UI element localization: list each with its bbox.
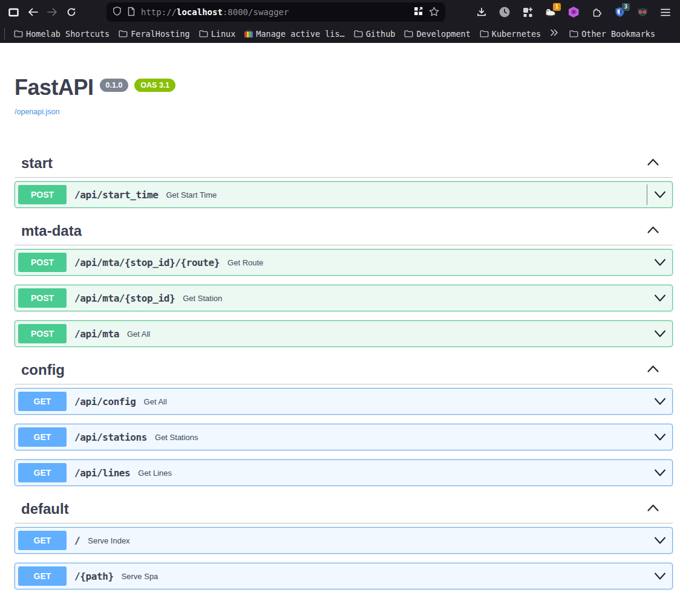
mask-extension-icon[interactable] [633,2,652,22]
expand-chevron-icon[interactable] [647,323,666,344]
split-view-icon[interactable] [414,7,423,18]
shield-extension-icon[interactable]: 3 [610,2,629,22]
bookmarks-overflow-chevron[interactable] [546,28,566,40]
endpoint-path: /api/mta/{stop_id}/{route} [74,257,220,268]
endpoint-path: /api/start_time [74,189,159,201]
swagger-page: FastAPI 0.1.0 OAS 3.1 /openapi.json star… [0,43,680,616]
endpoint-summary: Get Lines [138,468,172,478]
tag-title: start [21,155,53,172]
tag-header[interactable]: config [15,356,673,384]
endpoint-summary: Get All [144,397,167,406]
endpoint-row[interactable]: GET /api/stations Get Stations [15,424,673,450]
endpoint-path: /api/lines [74,467,130,479]
expand-chevron-icon[interactable] [647,252,666,273]
expand-chevron-icon[interactable] [647,530,666,551]
collapse-chevron-icon[interactable] [647,225,659,236]
version-badge: 0.1.0 [100,79,129,92]
forward-button[interactable] [42,2,62,22]
endpoint-summary: Serve Spa [122,572,159,581]
expand-chevron-icon[interactable] [647,427,666,447]
bird-extension-icon[interactable]: 1 [541,2,560,22]
shield-extension-badge: 3 [622,3,630,11]
folder-icon [199,30,208,37]
bookmark-item[interactable]: Homelab Shortcuts [10,27,115,41]
endpoint-summary: Get All [127,329,150,339]
bookmark-item[interactable]: Github [350,27,401,41]
method-badge[interactable]: POST [18,185,67,204]
tag-title: mta-data [21,222,82,239]
bookmark-item[interactable]: Linux [195,27,241,41]
tag-header[interactable]: start [15,149,673,178]
blocks-extension-icon[interactable] [518,2,537,22]
bookmark-item[interactable]: Other Bookmarks [566,27,661,41]
method-badge[interactable]: POST [18,288,67,308]
endpoint-summary: Serve Index [88,536,129,545]
bookmark-star-icon[interactable] [429,7,439,18]
folder-icon [14,30,23,37]
reload-button[interactable] [62,2,81,22]
method-badge[interactable]: GET [18,531,67,550]
menu-button[interactable] [656,2,675,22]
expand-chevron-icon[interactable] [647,462,666,483]
browser-chrome: http://localhost:8000/swagger [0,0,680,43]
window-tab-icon[interactable] [4,2,23,22]
api-tag-section: start POST /api/start_time Get Start Tim… [15,149,673,208]
endpoint-path: /api/stations [74,432,147,443]
method-badge[interactable]: GET [18,392,67,411]
url-bar[interactable]: http://localhost:8000/swagger [106,2,445,22]
bookmarks-bar: Homelab Shortcuts FeralHosting Linux Man… [0,24,680,43]
tracking-shield-icon[interactable] [113,6,122,18]
bookmark-item[interactable]: FeralHosting [115,27,195,41]
endpoint-path: /api/mta [74,328,119,340]
endpoint-row[interactable]: GET /api/config Get All [15,388,673,415]
endpoint-path: /api/mta/{stop_id} [74,293,175,304]
method-badge[interactable]: POST [18,253,67,272]
folder-icon [480,30,489,37]
hexagon-extension-icon[interactable]: ✳ [564,2,583,22]
collapse-chevron-icon[interactable] [647,504,659,514]
tag-title: default [21,501,69,517]
bookmark-label: Other Bookmarks [581,29,655,39]
downloads-button[interactable] [472,2,491,22]
toolbar-grip [4,28,5,40]
endpoint-row[interactable]: POST /api/mta/{stop_id}/{route} Get Rout… [15,249,673,276]
endpoint-row[interactable]: GET /{path} Serve Spa [15,563,673,589]
endpoint-row[interactable]: POST /api/start_time Get Start Time [15,181,673,208]
back-button[interactable] [23,2,42,22]
method-badge[interactable]: GET [18,566,67,586]
puzzle-extensions-button[interactable] [587,2,606,22]
method-badge[interactable]: GET [18,463,67,482]
folder-icon [119,30,128,37]
openapi-spec-link[interactable]: /openapi.json [15,108,59,116]
folder-icon [354,30,363,37]
endpoint-row[interactable]: POST /api/mta/{stop_id} Get Station [15,285,673,311]
expand-chevron-icon[interactable] [647,184,666,205]
bookmark-item[interactable]: Kubernetes [476,27,546,41]
bookmark-item[interactable]: Manage active lis… [241,27,350,41]
api-tag-section: mta-data POST /api/mta/{stop_id}/{route}… [15,217,673,347]
bookmark-label: Development [416,29,470,39]
expand-chevron-icon[interactable] [647,288,666,308]
expand-chevron-icon[interactable] [647,566,666,586]
collapse-chevron-icon[interactable] [647,365,659,375]
expand-chevron-icon[interactable] [647,391,666,412]
endpoint-row[interactable]: POST /api/mta Get All [15,320,673,347]
tag-header[interactable]: mta-data [15,217,673,245]
tag-header[interactable]: default [15,495,673,524]
endpoint-summary: Get Stations [155,433,198,442]
history-clock-icon[interactable] [495,2,514,22]
method-badge[interactable]: POST [18,324,67,343]
api-tag-section: default GET / Serve Index GET /{path} Se… [15,495,673,589]
folder-icon [569,30,578,37]
bookmark-item[interactable]: Development [400,27,476,41]
endpoint-summary: Get Start Time [166,190,217,199]
method-badge[interactable]: GET [18,427,67,447]
collapse-chevron-icon[interactable] [647,158,659,169]
bookmark-label: FeralHosting [131,29,190,39]
endpoint-row[interactable]: GET /api/lines Get Lines [15,459,673,486]
endpoint-summary: Get Route [227,258,263,267]
bookmark-label: Homelab Shortcuts [26,29,110,39]
site-info-page-icon[interactable] [127,7,136,18]
bookmark-label: Github [366,29,396,39]
endpoint-row[interactable]: GET / Serve Index [15,527,673,554]
